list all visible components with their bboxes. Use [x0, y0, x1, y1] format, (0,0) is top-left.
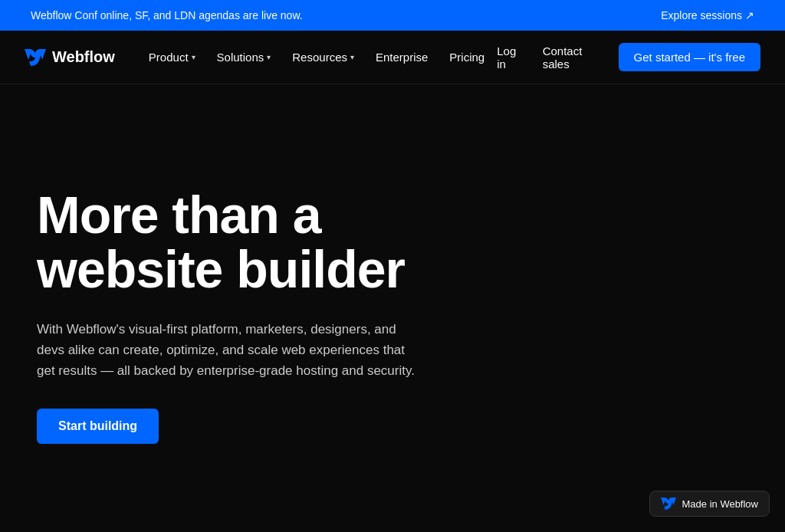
hero-subtitle: With Webflow's visual-first platform, ma…	[37, 319, 420, 382]
made-in-webflow-text: Made in Webflow	[682, 498, 758, 510]
logo[interactable]: Webflow	[25, 48, 115, 66]
webflow-badge-icon	[661, 498, 676, 510]
explore-arrow-icon: ↗	[745, 9, 754, 21]
nav-left: Webflow Product ▾ Solutions ▾ Resources …	[25, 44, 494, 70]
solutions-chevron-icon: ▾	[267, 53, 271, 61]
explore-sessions-link[interactable]: Explore sessions ↗	[661, 9, 754, 21]
announcement-banner: Webflow Conf online, SF, and LDN agendas…	[0, 0, 785, 31]
nav-product-label: Product	[149, 51, 189, 64]
nav-pricing-label: Pricing	[449, 51, 484, 64]
hero-content: More than a website builder With Webflow…	[37, 188, 466, 444]
nav-items: Product ▾ Solutions ▾ Resources ▾ Enterp…	[140, 44, 494, 70]
nav-resources-label: Resources	[292, 51, 347, 64]
nav-right: Log in Contact sales Get started — it's …	[494, 38, 760, 77]
nav-item-pricing[interactable]: Pricing	[440, 44, 494, 70]
contact-sales-link[interactable]: Contact sales	[540, 38, 606, 77]
nav-item-resources[interactable]: Resources ▾	[283, 44, 363, 70]
nav-enterprise-label: Enterprise	[376, 51, 428, 64]
start-building-button[interactable]: Start building	[37, 409, 159, 444]
resources-chevron-icon: ▾	[350, 53, 354, 61]
login-link[interactable]: Log in	[494, 38, 527, 77]
navbar: Webflow Product ▾ Solutions ▾ Resources …	[0, 31, 785, 84]
nav-item-solutions[interactable]: Solutions ▾	[208, 44, 281, 70]
nav-item-product[interactable]: Product ▾	[140, 44, 205, 70]
logo-text: Webflow	[52, 48, 115, 66]
product-chevron-icon: ▾	[192, 53, 195, 61]
nav-solutions-label: Solutions	[217, 51, 264, 64]
get-started-button[interactable]: Get started — it's free	[619, 43, 760, 71]
explore-sessions-label: Explore sessions	[661, 9, 742, 21]
webflow-logo-icon	[25, 49, 46, 66]
hero-title: More than a website builder	[37, 188, 466, 297]
announcement-text: Webflow Conf online, SF, and LDN agendas…	[31, 9, 303, 21]
hero-section: More than a website builder With Webflow…	[0, 84, 785, 532]
made-in-webflow-badge[interactable]: Made in Webflow	[649, 491, 770, 517]
nav-item-enterprise[interactable]: Enterprise	[366, 44, 437, 70]
